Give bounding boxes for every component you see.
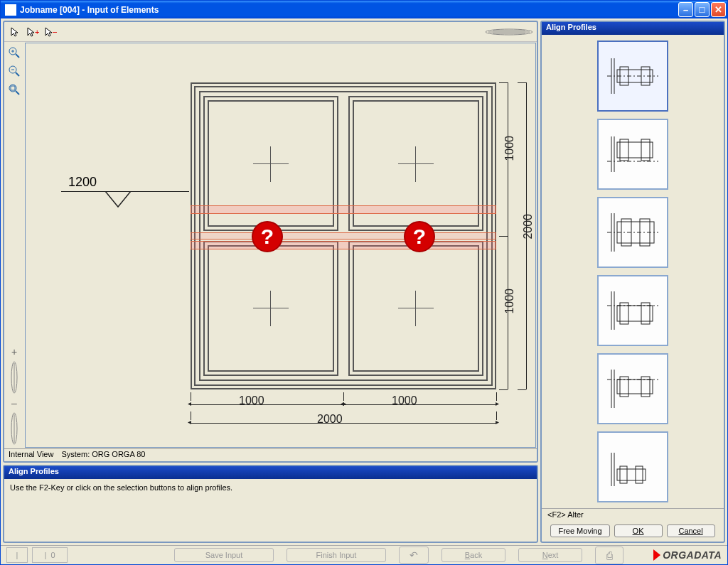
svg-text:–: – <box>53 27 57 37</box>
next-button[interactable]: Next <box>518 548 582 562</box>
cross-tr <box>398 146 434 182</box>
pointer-add-tool[interactable]: + <box>25 24 41 40</box>
window-title: Jobname [004] - Input of Elements <box>20 5 678 15</box>
align-profiles-panel: Align Profiles <box>540 21 725 543</box>
pointer-tool[interactable] <box>7 24 23 40</box>
cross-tl <box>253 146 289 182</box>
grip-icon[interactable] <box>484 28 534 36</box>
vgrip2-icon[interactable] <box>11 411 18 446</box>
dim-line-half1 <box>191 404 343 405</box>
level-triangle-icon <box>104 191 132 208</box>
minimize-button[interactable]: – <box>678 2 693 17</box>
profile-option-5[interactable] <box>597 353 668 424</box>
remove-element-button[interactable]: – <box>11 397 17 409</box>
save-input-button[interactable]: Save Input <box>174 548 274 562</box>
zoom-fit-button[interactable] <box>6 82 22 97</box>
cross-bl <box>253 291 289 326</box>
profile-option-4[interactable] <box>597 275 668 346</box>
dim-half-height-1: 1000 <box>503 136 516 161</box>
close-button[interactable]: ✕ <box>711 2 726 17</box>
finish-input-button[interactable]: Finish Input <box>287 548 386 562</box>
status-box-2: | 0 <box>32 547 68 563</box>
cursor-plus-icon: + <box>26 27 39 37</box>
maximize-button[interactable]: □ <box>695 2 710 17</box>
svg-rect-15 <box>11 86 15 90</box>
dim-total-height: 2000 <box>522 214 535 240</box>
level-value: 1200 <box>68 175 97 190</box>
svg-rect-41 <box>617 306 653 321</box>
highlight-lower <box>191 241 496 249</box>
svg-line-14 <box>16 91 19 95</box>
info-panel-title: Align Profiles <box>4 466 537 479</box>
zoom-out-icon <box>9 65 20 77</box>
cross-br <box>398 291 434 326</box>
add-element-button[interactable]: + <box>11 346 17 357</box>
highlight-upper <box>191 205 496 214</box>
undo-button[interactable]: ↶ <box>399 547 429 564</box>
profile-option-1[interactable] <box>597 41 668 112</box>
print-button[interactable]: ⎙ <box>595 547 623 564</box>
svg-rect-52 <box>617 469 646 480</box>
ok-button[interactable]: OK <box>614 524 663 537</box>
profile-icon-5 <box>601 364 664 414</box>
question-mark-left[interactable]: ? <box>252 221 283 252</box>
profile-icon-1 <box>601 51 664 101</box>
cancel-button[interactable]: Cancel <box>667 524 715 537</box>
dim-half-height-2: 1000 <box>503 289 516 314</box>
cursor-minus-icon: – <box>44 27 57 37</box>
info-panel: Align Profiles Use the F2-Key or click o… <box>3 465 538 543</box>
f2-hint: <F2> Alter <box>542 508 724 520</box>
bottom-bar: | | 0 Save Input Finish Input ↶ Back Nex… <box>1 545 727 564</box>
svg-line-11 <box>16 72 19 76</box>
zoom-out-button[interactable] <box>6 63 22 79</box>
svg-rect-47 <box>617 380 653 394</box>
profile-option-2[interactable] <box>597 119 668 190</box>
right-panel-title: Align Profiles <box>542 22 724 35</box>
svg-rect-29 <box>617 142 653 158</box>
zoom-in-icon <box>9 47 20 58</box>
back-button[interactable]: Back <box>441 548 505 562</box>
view-label: Internal View <box>9 450 53 458</box>
question-mark-right[interactable]: ? <box>404 221 435 252</box>
print-icon: ⎙ <box>606 549 613 561</box>
left-toolbar: + – <box>4 42 24 448</box>
drawing-panel: + – + – <box>3 21 538 463</box>
zoom-fit-icon <box>9 84 20 95</box>
profile-icon-2 <box>601 129 664 179</box>
dim-line-half2 <box>343 404 496 405</box>
profile-icon-3 <box>601 208 664 257</box>
system-label: System: ORG ORGA 80 <box>61 450 145 458</box>
pointer-remove-tool[interactable]: – <box>43 24 58 40</box>
profile-icon-4 <box>601 286 664 335</box>
svg-line-7 <box>16 54 19 58</box>
brand-logo: ORGADATA <box>653 549 722 561</box>
profile-option-3[interactable] <box>597 197 668 268</box>
highlight-mid <box>191 232 496 240</box>
dim-line-total-w <box>191 423 496 424</box>
profile-options-list <box>542 35 724 508</box>
titlebar: Jobname [004] - Input of Elements – □ ✕ <box>1 1 727 18</box>
app-icon <box>5 4 16 16</box>
info-panel-hint: Use the F2-Key or click on the selection… <box>4 479 537 496</box>
dim-total-width: 2000 <box>317 413 343 426</box>
svg-text:+: + <box>35 28 39 36</box>
dim-half-width-2: 1000 <box>392 394 417 407</box>
status-box-1: | <box>6 547 28 563</box>
free-moving-button[interactable]: Free Moving <box>550 524 609 537</box>
drawing-canvas[interactable]: 1200 <box>25 43 536 448</box>
profile-icon-6 <box>601 442 664 492</box>
brand-triangle-icon <box>653 549 660 561</box>
view-info-bar: Internal View System: ORG ORGA 80 <box>4 448 537 461</box>
vgrip-icon[interactable] <box>11 360 18 394</box>
zoom-in-button[interactable] <box>6 45 22 60</box>
dim-half-width-1: 1000 <box>239 394 264 407</box>
cursor-icon <box>10 27 20 37</box>
profile-option-6[interactable] <box>597 431 668 502</box>
top-toolbar: + – <box>4 22 537 42</box>
